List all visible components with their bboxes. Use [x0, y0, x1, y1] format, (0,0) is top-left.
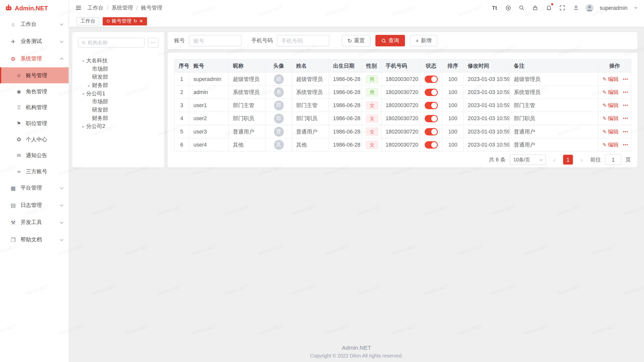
tree-node[interactable]: 市场部: [78, 65, 158, 73]
refresh-icon[interactable]: ↻: [134, 19, 137, 23]
sidebar-item-help-docs[interactable]: ❒ 帮助文档: [0, 231, 69, 248]
table-row: 3 user1 部门主管 部 部门主管 1986-06-28 女 1802003…: [174, 99, 631, 112]
cell-remark: 超级管理员: [509, 72, 598, 85]
sidebar-item-log-mgmt[interactable]: ▤ 日志管理: [0, 197, 69, 214]
edit-button[interactable]: ✎编辑: [602, 88, 619, 96]
col-birthday: 出生日期: [329, 59, 362, 72]
reset-button[interactable]: ↻ 重置: [342, 35, 370, 47]
sidebar-subitem-notice[interactable]: ✉ 通知公告: [0, 147, 69, 163]
sidebar-subitem-account-mgmt[interactable]: ☺ 账号管理: [0, 67, 69, 83]
cell-avatar: 部: [266, 99, 292, 112]
org-more-button[interactable]: ⋯: [148, 38, 158, 48]
status-toggle[interactable]: [424, 128, 437, 135]
theme-icon[interactable]: [504, 4, 512, 11]
edit-button[interactable]: ✎编辑: [602, 75, 619, 83]
tree-node-label: 财务部: [92, 82, 108, 89]
cell-remark: 系统管理员: [509, 85, 598, 99]
more-actions-button[interactable]: ⋯: [623, 76, 628, 82]
cell-status: [420, 99, 442, 112]
more-actions-button[interactable]: ⋯: [623, 128, 628, 134]
user-settings-icon[interactable]: [572, 4, 579, 11]
caret-down-icon[interactable]: ▾: [80, 91, 86, 96]
more-actions-button[interactable]: ⋯: [623, 141, 628, 147]
add-button[interactable]: + 新增: [410, 35, 437, 47]
tree-node[interactable]: ▾ 分公司1: [78, 89, 158, 98]
sidebar-subitem-org-mgmt[interactable]: ♖ 机构管理: [0, 99, 69, 115]
more-actions-button[interactable]: ⋯: [623, 102, 628, 108]
tab-account-mgmt[interactable]: 账号管理 ↻ ✕: [103, 17, 147, 25]
caret-down-icon[interactable]: ▾: [80, 59, 86, 63]
tab-workbench[interactable]: 工作台: [76, 17, 99, 25]
sidebar-subitem-position-mgmt[interactable]: ⚑ 职位管理: [0, 115, 69, 131]
sidebar-item-label: 工作台: [21, 21, 60, 28]
cell-phone: 18020030720: [381, 72, 420, 85]
tree-node[interactable]: 研发部: [78, 106, 158, 114]
sidebar-item-dev-tools[interactable]: ⚒ 开发工具: [0, 214, 69, 231]
status-toggle[interactable]: [424, 88, 437, 96]
tree-node[interactable]: ▾ 大名科技: [78, 57, 158, 65]
status-toggle[interactable]: [424, 115, 437, 122]
gender-badge: 男: [366, 88, 378, 96]
cell-modified: 2023-01-03 10:59:44: [463, 99, 509, 112]
breadcrumb-system-mgmt[interactable]: 系统管理: [111, 4, 133, 11]
status-toggle[interactable]: [424, 75, 437, 83]
link-icon: ∞: [16, 168, 22, 174]
tree-node[interactable]: ▸ 分公司2: [78, 122, 158, 131]
more-actions-button[interactable]: ⋯: [623, 115, 628, 121]
footer-copyright: Copyright © 2022 Dilon All rights reserv…: [69, 353, 644, 359]
sidebar-item-business-test[interactable]: ✈ 业务测试: [0, 33, 69, 50]
account-input[interactable]: [189, 35, 242, 47]
chevron-down-icon: [60, 22, 63, 25]
sidebar-subitem-label: 通知公告: [26, 152, 47, 159]
chevron-down-icon[interactable]: [634, 6, 638, 10]
sidebar-subitem-personal-center[interactable]: ✪ 个人中心: [0, 131, 69, 147]
cell-name: 系统管理员: [292, 85, 329, 99]
search-icon: [381, 38, 386, 43]
sidebar-item-workbench[interactable]: ⌂ 工作台: [0, 16, 69, 33]
tree-node[interactable]: 市场部: [78, 98, 158, 106]
edit-button[interactable]: ✎编辑: [602, 102, 619, 109]
sidebar-subitem-third-party-account[interactable]: ∞ 三方账号: [0, 163, 69, 179]
hamburger-menu-icon[interactable]: [75, 5, 82, 11]
close-icon[interactable]: ✕: [139, 19, 143, 23]
lock-icon[interactable]: [532, 4, 539, 11]
phone-input[interactable]: [277, 35, 329, 47]
sidebar-item-platform-mgmt[interactable]: ▦ 平台管理: [0, 179, 69, 197]
fullscreen-icon[interactable]: [559, 4, 566, 11]
username[interactable]: superadmin: [600, 5, 628, 11]
status-toggle[interactable]: [424, 102, 437, 109]
table-row: 6 user4 其他 其 其他 1986-06-28 女 18020030720…: [174, 138, 631, 151]
page-number-1[interactable]: 1: [563, 155, 573, 165]
status-toggle[interactable]: [424, 141, 437, 148]
org-search-input[interactable]: [88, 40, 141, 46]
next-page-button[interactable]: ›: [577, 155, 586, 164]
cell-modified: 2023-01-03 10:59:44: [463, 85, 509, 99]
tools-icon: ⚒: [10, 219, 16, 225]
edit-button[interactable]: ✎编辑: [602, 115, 619, 122]
search-icon: [81, 40, 86, 45]
cell-account: superadmin: [189, 72, 229, 85]
edit-button[interactable]: ✎编辑: [602, 128, 619, 135]
font-size-icon[interactable]: Tt: [491, 4, 498, 11]
notification-bell-icon[interactable]: [545, 4, 552, 11]
goto-page-input[interactable]: [605, 154, 621, 165]
sidebar-item-system-mgmt[interactable]: ⚙ 系统管理: [0, 50, 69, 67]
sidebar-subitem-role-mgmt[interactable]: ◉ 角色管理: [0, 83, 69, 99]
edit-button[interactable]: ✎编辑: [602, 141, 619, 148]
gender-badge: 女: [366, 141, 378, 149]
search-icon[interactable]: [518, 4, 525, 11]
prev-page-button[interactable]: ‹: [550, 155, 559, 164]
tree-node[interactable]: 财务部: [78, 114, 158, 122]
cell-status: [420, 85, 442, 99]
breadcrumb-workbench[interactable]: 工作台: [88, 4, 104, 11]
caret-right-icon[interactable]: ▸: [80, 124, 86, 129]
page-size-select[interactable]: 10条/页: [510, 154, 546, 165]
search-button[interactable]: 查询: [375, 35, 405, 47]
col-name: 姓名: [292, 59, 329, 72]
sidebar-item-label: 平台管理: [21, 184, 60, 192]
avatar[interactable]: [586, 4, 593, 12]
tree-node[interactable]: ▸ 财务部: [78, 81, 158, 89]
caret-right-icon[interactable]: ▸: [86, 83, 92, 88]
more-actions-button[interactable]: ⋯: [623, 89, 628, 95]
tree-node[interactable]: 研发部: [78, 73, 158, 81]
